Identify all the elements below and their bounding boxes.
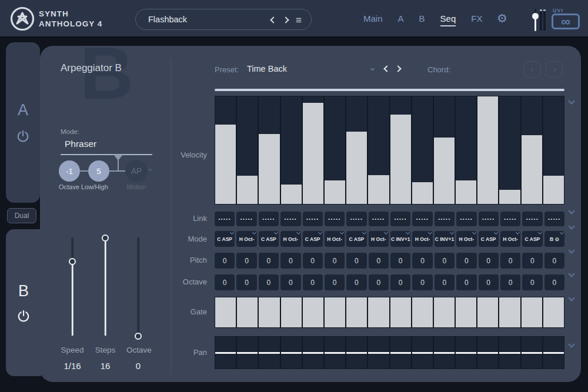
pan-step-cell[interactable] [477,337,498,368]
link-step-cell[interactable]: ••••• [456,212,476,226]
octave-step-cell[interactable]: 0 [303,274,323,290]
velocity-step[interactable] [215,96,236,204]
pan-step-cell[interactable] [303,337,323,368]
mode-step-cell[interactable]: H Oct- [280,231,300,247]
velocity-step[interactable] [543,96,564,204]
velocity-step[interactable] [434,96,455,204]
pitch-step-cell[interactable]: 0 [236,253,256,269]
octave-step-cell[interactable]: 0 [500,274,520,290]
gate-step-cell[interactable] [237,297,258,327]
link-step-cell[interactable]: ••••• [280,212,300,226]
nav-tab-b[interactable]: B [419,14,425,24]
arp-mode-dropdown[interactable]: Phraser [65,139,96,149]
mode-step-cell[interactable]: H Oct- [412,231,432,247]
mode-row[interactable]: C ASPH Oct-C ASPH Oct-C ASPH Oct-C ASPH … [215,231,564,247]
octave-step-cell[interactable]: 0 [390,274,410,290]
speed-value[interactable]: 1/16 [61,361,84,371]
mode-step-cell[interactable]: C ASP [522,231,542,247]
pitch-step-cell[interactable]: 0 [544,253,564,269]
link-step-cell[interactable]: ••••• [325,212,345,226]
mode-step-cell[interactable]: H Oct- [500,231,520,247]
mode-step-cell[interactable]: C INV+1 [390,231,410,247]
slider-knob[interactable] [102,234,109,242]
settings-gear-icon[interactable]: ⚙ [497,0,507,36]
octave-step-cell[interactable]: 0 [412,274,432,290]
global-preset-selector[interactable]: Flashback ≡ [135,9,312,30]
link-step-cell[interactable]: ••••• [236,212,256,226]
octave-row[interactable]: 0000000000000000 [215,274,564,290]
step-position-bar[interactable] [215,89,564,91]
velocity-step[interactable] [346,96,367,204]
velocity-step[interactable] [281,96,302,204]
speed-slider[interactable]: Speed 1/16 [61,237,84,378]
octave-step-cell[interactable]: 0 [259,274,279,290]
gate-step-cell[interactable] [325,297,345,327]
gate-step-cell[interactable] [259,297,279,327]
octave-low-knob[interactable]: -1 [59,160,80,182]
preset-menu-icon[interactable]: ≡ [296,15,302,25]
velocity-grid[interactable] [215,96,564,205]
link-step-cell[interactable]: ••••• [522,212,542,226]
steps-slider[interactable]: Steps 16 [93,237,117,378]
velocity-step[interactable] [368,96,389,204]
octave-high-knob[interactable]: 5 [88,160,109,182]
velocity-step[interactable] [303,96,323,204]
octave-step-cell[interactable]: 0 [236,274,256,290]
pan-step-cell[interactable] [412,337,433,368]
link-step-cell[interactable]: ••••• [544,212,564,226]
link-step-cell[interactable]: ••••• [500,212,520,226]
mode-step-cell[interactable]: C ASP [303,231,323,247]
nav-tab-seq[interactable]: Seq [440,14,456,26]
gate-step-cell[interactable] [281,297,302,327]
pitch-step-cell[interactable]: 0 [280,253,300,269]
nav-tab-main[interactable]: Main [363,14,383,24]
pan-step-cell[interactable] [237,337,258,368]
master-volume-slider[interactable] [532,9,538,31]
layer-b-power-icon[interactable] [16,309,31,324]
link-step-cell[interactable]: ••••• [390,212,410,226]
pitch-step-cell[interactable]: 0 [456,253,476,269]
link-step-cell[interactable]: ••••• [346,212,366,226]
pan-step-cell[interactable] [346,337,367,368]
octave-step-cell[interactable]: 0 [435,274,455,290]
layer-a-power-icon[interactable] [15,129,31,144]
octave-value[interactable]: 0 [126,361,150,371]
mode-step-cell[interactable]: H Oct- [456,231,476,247]
link-step-cell[interactable]: ••••• [435,212,455,226]
link-step-cell[interactable]: ••••• [479,212,499,226]
gate-step-cell[interactable] [543,297,564,327]
octave-step-cell[interactable]: 0 [280,274,300,290]
octave-step-cell[interactable]: 0 [544,274,564,290]
pitch-step-cell[interactable]: 0 [259,253,279,269]
link-step-cell[interactable]: ••••• [369,212,389,226]
octave-step-cell[interactable]: 0 [325,274,345,290]
pitch-step-cell[interactable]: 0 [369,253,389,269]
pan-row[interactable] [215,336,564,369]
slider-knob[interactable] [135,333,142,340]
octave-step-cell[interactable]: 0 [479,274,499,290]
gate-step-cell[interactable] [346,297,367,327]
pan-step-cell[interactable] [368,337,389,368]
pan-step-cell[interactable] [390,337,411,368]
pitch-step-cell[interactable]: 0 [522,253,542,269]
gate-step-cell[interactable] [412,297,433,327]
octave-step-cell[interactable]: 0 [346,274,366,290]
gate-step-cell[interactable] [522,297,542,327]
gate-step-cell[interactable] [303,297,323,327]
gate-step-cell[interactable] [477,297,498,327]
velocity-step[interactable] [477,96,498,204]
mode-step-cell[interactable]: H Oct- [369,231,389,247]
steps-value[interactable]: 16 [93,361,117,371]
pan-step-cell[interactable] [543,337,564,368]
gate-step-cell[interactable] [434,297,455,327]
pan-step-cell[interactable] [434,337,455,368]
link-row[interactable]: ••••••••••••••••••••••••••••••••••••••••… [215,212,564,226]
pan-step-cell[interactable] [499,337,520,368]
slider-knob[interactable] [69,258,76,265]
pan-step-cell[interactable] [325,337,345,368]
pitch-step-cell[interactable]: 0 [500,253,520,269]
gate-row[interactable] [215,297,564,328]
velocity-step[interactable] [499,96,520,204]
octave-step-cell[interactable]: 0 [456,274,476,290]
chord-prev-button[interactable] [524,61,541,78]
